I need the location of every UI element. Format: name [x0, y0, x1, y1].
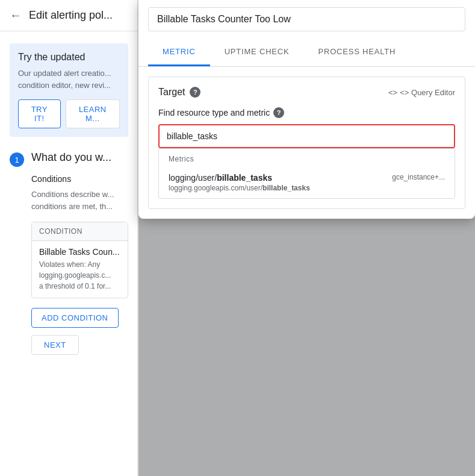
metric-path: logging/user/billable_tasks — [169, 173, 310, 183]
dialog: METRIC UPTIME CHECK PROCESS HEALTH Targe… — [138, 0, 475, 219]
condition-card-body: Billable Tasks Coun... Violates when: An… — [32, 241, 128, 298]
try-updated-buttons: TRY IT! LEARN M... — [18, 99, 120, 128]
step-title: What do you w... — [31, 151, 111, 164]
left-content: Try the updated Our updated alert creati… — [0, 31, 138, 379]
find-resource-label: Find resource type and metric ? — [158, 107, 455, 118]
condition-card[interactable]: Condition Billable Tasks Coun... Violate… — [31, 222, 128, 298]
full-path-prefix: logging.googleapis.com/user/ — [169, 184, 262, 192]
dropdown-section-label: Metrics — [159, 149, 455, 167]
learn-more-button[interactable]: LEARN M... — [66, 99, 120, 128]
try-updated-desc: Our updated alert creatio... condition e… — [18, 67, 120, 91]
next-button[interactable]: NEXT — [31, 335, 79, 355]
step-header: 1 What do you w... — [10, 151, 128, 167]
alert-policy-name-input[interactable] — [148, 7, 465, 31]
metric-full-path: logging.googleapis.com/user/billable_tas… — [169, 184, 310, 192]
metric-path-bold: billable_tasks — [217, 173, 272, 183]
back-button[interactable]: ← — [10, 8, 22, 22]
right-panel: METRIC UPTIME CHECK PROCESS HEALTH Targe… — [138, 0, 475, 476]
target-label: Target — [158, 87, 185, 98]
left-header: ← Edit alerting pol... — [0, 0, 138, 31]
condition-name: Billable Tasks Coun... — [39, 247, 120, 257]
dialog-title-bar — [138, 0, 475, 39]
query-editor-link[interactable]: <> <> Query Editor — [388, 88, 455, 97]
condition-card-header: Condition — [32, 222, 128, 241]
condition-detail-3: a threshold of 0.1 for... — [39, 281, 120, 292]
list-item[interactable]: logging/user/billable_tasks logging.goog… — [159, 167, 455, 198]
try-updated-box: Try the updated Our updated alert creati… — [10, 43, 128, 137]
condition-detail-2: logging.googleapis.c... — [39, 270, 120, 281]
step-section: 1 What do you w... Conditions Conditions… — [10, 151, 128, 355]
dialog-body: Target ? <> <> Query Editor Find resourc… — [138, 67, 475, 219]
find-resource-help-icon[interactable]: ? — [273, 107, 284, 118]
find-resource-text: Find resource type and metric — [158, 108, 270, 117]
target-title: Target ? — [158, 87, 200, 98]
add-condition-button[interactable]: ADD CONDITION — [31, 308, 119, 328]
step-number: 1 — [10, 152, 24, 167]
search-input-wrapper — [158, 124, 455, 148]
query-editor-label: <> Query Editor — [400, 88, 455, 97]
conditions-desc: Conditions describe w... conditions are … — [31, 189, 128, 212]
try-updated-title: Try the updated — [18, 52, 120, 63]
tab-metric[interactable]: METRIC — [148, 39, 210, 66]
metric-search-input[interactable] — [160, 125, 454, 147]
metric-dropdown: Metrics logging/user/billable_tasks logg… — [158, 148, 455, 199]
conditions-label: Conditions — [31, 174, 128, 184]
left-panel: ← Edit alerting pol... Try the updated O… — [0, 0, 138, 476]
try-it-button[interactable]: TRY IT! — [18, 99, 61, 128]
metric-path-prefix: logging/user/ — [169, 173, 217, 183]
dialog-tabs: METRIC UPTIME CHECK PROCESS HEALTH — [138, 39, 475, 67]
target-section: Target ? <> <> Query Editor Find resourc… — [148, 77, 465, 209]
metric-item-info: logging/user/billable_tasks logging.goog… — [169, 173, 310, 192]
code-icon: <> — [388, 88, 397, 97]
tab-uptime-check[interactable]: UPTIME CHECK — [210, 39, 304, 66]
metric-tags: gce_instance+... — [392, 173, 445, 181]
target-help-icon[interactable]: ? — [190, 87, 200, 98]
page-title: Edit alerting pol... — [29, 9, 113, 22]
target-header: Target ? <> <> Query Editor — [158, 87, 455, 98]
tab-process-health[interactable]: PROCESS HEALTH — [303, 39, 410, 66]
condition-detail-1: Violates when: Any — [39, 259, 120, 270]
full-path-bold: billable_tasks — [262, 184, 310, 192]
